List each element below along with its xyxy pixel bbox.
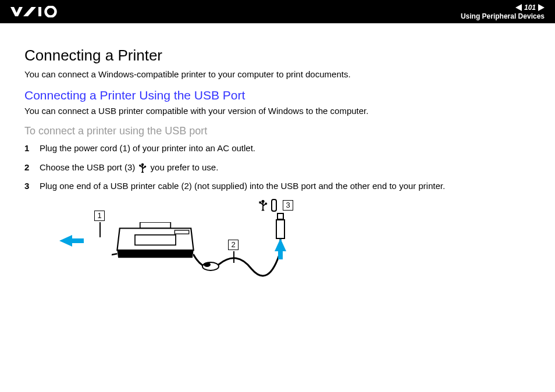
- step-text: Plug one end of a USB printer cable (2) …: [40, 180, 445, 193]
- usb-icon: [258, 199, 268, 212]
- svg-rect-7: [135, 234, 176, 245]
- step-text-before: Choose the USB port (3): [40, 162, 137, 172]
- step-number: 1: [24, 142, 31, 155]
- svg-rect-14: [259, 201, 261, 203]
- subheading: Connecting a Printer Using the USB Port: [24, 88, 531, 102]
- svg-line-9: [112, 254, 117, 258]
- svg-rect-0: [38, 7, 41, 16]
- callout-2: 2: [228, 240, 239, 250]
- svg-rect-8: [175, 230, 189, 234]
- next-page-button[interactable]: [538, 4, 545, 11]
- power-arrow-icon: [59, 235, 72, 247]
- svg-point-1: [46, 7, 56, 17]
- usb-cable-icon: [193, 234, 286, 280]
- connection-diagram: 1 2: [59, 199, 333, 286]
- step-number: 3: [24, 180, 31, 193]
- callout-1: 1: [94, 211, 105, 221]
- section-title: Using Peripheral Devices: [461, 12, 545, 20]
- step-text: Choose the USB port (3) you prefer to us…: [40, 161, 218, 174]
- page-nav: 101: [515, 3, 545, 12]
- step-number: 2: [24, 161, 31, 174]
- usb-insert-arrow-icon: [275, 238, 286, 251]
- usb-port-icon: [271, 199, 277, 212]
- step-item: 1 Plug the power cord (1) of your printe…: [24, 142, 531, 155]
- callout-3: 3: [283, 200, 293, 211]
- svg-point-11: [204, 262, 211, 267]
- page-content: Connecting a Printer You can connect a W…: [0, 23, 555, 286]
- usb-connector-icon: [276, 219, 285, 239]
- step-text: Plug the power cord (1) of your printer …: [40, 142, 255, 155]
- subintro-text: You can connect a USB printer compatible…: [24, 105, 531, 117]
- step-item: 2 Choose the USB port (3) you prefer to …: [24, 161, 531, 174]
- header-bar: 101 Using Peripheral Devices: [0, 0, 555, 23]
- svg-point-5: [144, 165, 146, 167]
- svg-rect-6: [140, 222, 171, 229]
- vaio-logo: [10, 6, 69, 17]
- intro-text: You can connect a Windows-compatible pri…: [24, 68, 531, 80]
- svg-point-15: [265, 202, 267, 205]
- svg-rect-4: [140, 165, 141, 166]
- step-text-after: you prefer to use.: [151, 162, 219, 172]
- prev-page-button[interactable]: [515, 4, 522, 11]
- step-list: 1 Plug the power cord (1) of your printe…: [24, 142, 531, 193]
- page-number: 101: [524, 3, 536, 12]
- step-item: 3 Plug one end of a USB printer cable (2…: [24, 180, 531, 193]
- printer-icon: [112, 222, 199, 263]
- usb-icon: [138, 163, 147, 173]
- task-heading: To connect a printer using the USB port: [24, 125, 531, 137]
- page-title: Connecting a Printer: [24, 47, 531, 65]
